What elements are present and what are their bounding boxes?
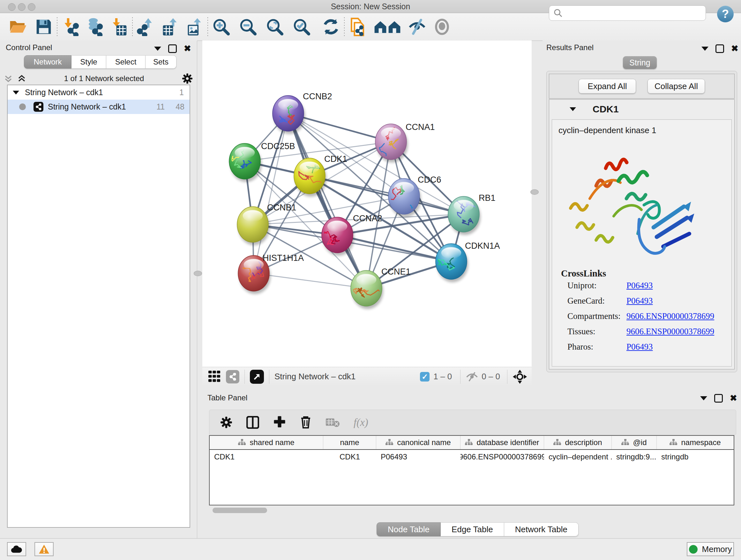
tab-string[interactable]: String [623,56,657,69]
zoom-out-button[interactable] [238,17,258,37]
right-splitter-handle[interactable] [530,189,539,195]
expand-all-button[interactable]: Expand All [579,79,636,94]
network-graph[interactable]: CCNB2CCNA1CDC25BCDK1CDC6RB1CCNB1CCNA2CDK… [202,41,532,367]
protein-structure-image [558,138,695,262]
tab-sets[interactable]: Sets [145,55,177,69]
function-builder-icon[interactable]: f(x) [354,417,368,428]
gear-icon[interactable] [182,73,193,84]
first-neighbors-button[interactable] [373,17,402,37]
float-panel-icon[interactable] [716,44,724,53]
network-collection-row[interactable]: String Network – cdk1 1 [8,85,190,100]
cell-database-identifier[interactable]: 9606.ENSP00000378699 [461,450,544,464]
new-network-from-selection-button[interactable] [348,17,367,37]
view-mode-icon[interactable] [226,370,239,383]
compartments-link[interactable]: 9606.ENSP00000378699 [626,311,714,321]
toolbar-separator [344,17,345,37]
export-table-button[interactable] [160,17,180,37]
cloud-status-button[interactable] [7,542,26,556]
add-column-icon[interactable] [273,416,286,429]
uniprot-link[interactable]: P06493 [626,281,653,291]
zoom-in-button[interactable] [211,17,231,37]
open-session-button[interactable] [8,17,28,37]
table-horizontal-scrollbar[interactable] [212,508,267,513]
cell-shared-name[interactable]: CDK1 [210,450,323,464]
grid-mode-icon[interactable] [208,370,221,383]
zoom-selected-button[interactable] [292,17,312,37]
search-input[interactable] [562,8,698,18]
show-all-button[interactable] [432,17,452,37]
column-header[interactable]: database identifier [461,436,544,449]
delete-table-icon[interactable] [326,417,340,428]
current-network-dot-icon [19,104,26,110]
collapse-panel-icon[interactable] [700,396,707,400]
show-columns-icon[interactable] [246,416,259,429]
delete-column-icon[interactable] [300,416,312,429]
tab-style[interactable]: Style [71,55,106,69]
crosslinks-title: CrossLinks [561,268,731,279]
close-panel-icon[interactable]: ✖ [731,44,738,53]
zoom-fit-button[interactable] [265,17,285,37]
column-header[interactable]: namespace [657,436,734,449]
svg-text:RB1: RB1 [479,193,495,203]
node-table[interactable]: shared name name canonical name database… [209,435,734,505]
export-network-button[interactable] [136,17,156,37]
pharos-link[interactable]: P06493 [626,342,653,352]
detach-view-button[interactable] [250,370,264,384]
gene-section-expander-icon[interactable] [569,107,576,111]
apply-layout-button[interactable] [321,17,341,37]
warnings-button[interactable] [35,542,54,556]
column-header[interactable]: canonical name [376,436,461,449]
close-panel-icon[interactable]: ✖ [184,44,191,53]
houses-icon [374,19,401,35]
import-network-file-button[interactable] [61,17,80,37]
birdseye-toggle-icon[interactable] [513,369,527,384]
tab-network[interactable]: Network [24,55,71,69]
left-splitter-handle[interactable] [194,271,202,276]
cell-namespace[interactable]: stringdb [657,450,734,464]
svg-text:CDKN1A: CDKN1A [465,241,500,251]
save-session-button[interactable] [34,17,54,37]
cell-id[interactable]: stringdb:9... [612,450,657,464]
import-network-from-database-button[interactable] [85,17,105,37]
column-header[interactable]: description [544,436,612,449]
network-canvas[interactable]: CCNB2CCNA1CDC25BCDK1CDC6RB1CCNB1CCNA2CDK… [202,41,532,367]
svg-text:CCNA2: CCNA2 [353,213,382,223]
column-header[interactable]: @id [612,436,657,449]
export-image-button[interactable] [185,17,204,37]
tab-select[interactable]: Select [106,55,145,69]
cell-name[interactable]: CDK1 [323,450,376,464]
collapse-all-button[interactable]: Collapse All [648,79,705,94]
collapse-all-networks-icon[interactable] [17,74,26,83]
network-view-statusbar: String Network – cdk1 ✓ 1 – 0 0 – 0 [202,367,532,386]
crosslink-row: GeneCard: P06493 [567,296,731,306]
network-row-selected[interactable]: String Network – cdk1 11 48 [8,100,190,114]
eye-icon [434,18,450,35]
table-row[interactable]: CDK1 CDK1 P06493 9606.ENSP00000378699 cy… [210,450,734,464]
cell-description[interactable]: cyclin–dependent ... [544,450,612,464]
import-table-button[interactable] [109,17,129,37]
selected-indicator-checkbox[interactable]: ✓ [420,372,429,381]
tab-node-table[interactable]: Node Table [377,522,441,537]
tissues-link[interactable]: 9606.ENSP00000378699 [626,327,714,336]
genecard-link[interactable]: P06493 [626,296,653,306]
hide-selected-button[interactable] [407,17,427,37]
gene-symbol: CDK1 [593,104,619,115]
help-button[interactable]: ? [717,5,734,24]
tab-network-table[interactable]: Network Table [504,522,579,537]
close-panel-icon[interactable]: ✖ [730,394,737,402]
column-header[interactable]: name [323,436,376,449]
float-panel-icon[interactable] [714,394,723,402]
collapse-panel-icon[interactable] [701,47,709,51]
control-panel: Control Panel ✖ Network Style Select Set… [0,41,197,538]
column-header[interactable]: shared name [210,436,323,449]
memory-button[interactable]: Memory [687,542,734,556]
tab-edge-table[interactable]: Edge Table [441,522,504,537]
table-settings-gear-icon[interactable] [220,416,232,428]
table-icon [117,25,127,36]
collapse-panel-icon[interactable] [154,47,161,51]
float-panel-icon[interactable] [168,44,177,53]
cell-canonical-name[interactable]: P06493 [376,450,461,464]
memory-status-icon [689,545,697,554]
collection-expander-icon[interactable] [13,91,19,95]
expand-all-networks-icon[interactable] [4,74,13,83]
